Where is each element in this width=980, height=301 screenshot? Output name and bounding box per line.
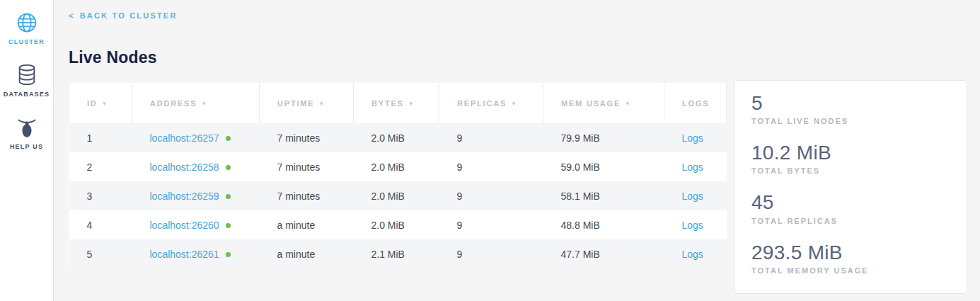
table-header-row: ID▼ ADDRESS▼ UPTIME▼ BYTES▼ REPLICAS▼ ME… [69,83,727,123]
live-nodes-section: ID▼ ADDRESS▼ UPTIME▼ BYTES▼ REPLICAS▼ ME… [69,83,980,294]
globe-icon [16,11,38,34]
node-id-cell: 1 [69,123,132,152]
stat-total-memory-usage: 293.5 MiB TOTAL MEMORY USAGE [751,242,950,275]
node-logs-cell: Logs [664,210,727,239]
node-id-cell: 5 [69,239,132,268]
column-header-address[interactable]: ADDRESS▼ [132,83,260,123]
node-live-icon [226,194,231,199]
node-id-cell: 2 [69,152,132,181]
sort-arrow-icon: ▼ [511,101,518,107]
back-arrow-icon: < [69,11,75,20]
sidebar-item-label: HELP US [10,143,43,150]
table-row: 3 localhost:26259 7 minutes 2.0 MiB 9 58… [69,181,727,210]
node-live-icon [226,136,231,141]
logs-link[interactable]: Logs [682,249,703,260]
node-address-cell: localhost:26260 [132,210,260,239]
back-to-cluster-link[interactable]: < BACK TO CLUSTER [69,11,178,20]
node-mem-usage-cell: 58.1 MiB [543,181,664,210]
sidebar-item-label: DATABASES [4,91,50,98]
node-replicas-cell: 9 [439,152,543,181]
stat-label: TOTAL REPLICAS [751,217,950,225]
stat-label: TOTAL MEMORY USAGE [751,266,950,275]
node-replicas-cell: 9 [439,123,543,152]
logs-link[interactable]: Logs [682,132,703,144]
stat-total-bytes: 10.2 MiB TOTAL BYTES [751,142,950,175]
node-address-cell: localhost:26259 [132,181,260,210]
stat-value: 10.2 MiB [751,142,950,164]
node-uptime-cell: 7 minutes [260,181,354,210]
table-row: 4 localhost:26260 a minute 2.0 MiB 9 48.… [69,210,727,239]
node-mem-usage-cell: 79.9 MiB [543,123,664,152]
node-uptime-cell: 7 minutes [260,152,354,181]
sort-arrow-icon: ▼ [318,101,325,107]
sidebar-item-cluster[interactable]: CLUSTER [8,11,45,45]
databases-icon [16,64,38,86]
column-header-replicas[interactable]: REPLICAS▼ [439,83,543,123]
stat-value: 45 [751,191,950,214]
node-address-link[interactable]: localhost:26260 [150,220,219,231]
node-address-cell: localhost:26257 [132,123,260,152]
column-header-mem-usage[interactable]: MEM USAGE▼ [543,83,664,123]
stat-label: TOTAL BYTES [751,166,950,175]
app-root: CLUSTER DATABASES HELP US [0,0,980,301]
node-mem-usage-cell: 59.0 MiB [543,152,664,181]
sort-arrow-icon: ▼ [102,101,109,107]
node-live-icon [226,165,231,170]
node-bytes-cell: 2.0 MiB [354,123,439,152]
table-row: 5 localhost:26261 a minute 2.1 MiB 9 47.… [69,239,727,268]
logs-link[interactable]: Logs [682,220,703,231]
node-address-link[interactable]: localhost:26259 [150,191,219,202]
node-mem-usage-cell: 48.8 MiB [543,210,664,239]
summary-panel: 5 TOTAL LIVE NODES 10.2 MiB TOTAL BYTES … [734,80,967,294]
node-logs-cell: Logs [664,123,727,152]
node-bytes-cell: 2.0 MiB [354,181,439,210]
table-row: 2 localhost:26258 7 minutes 2.0 MiB 9 59… [69,152,727,181]
logs-link[interactable]: Logs [682,191,703,202]
sort-arrow-icon: ▼ [625,101,632,107]
sidebar-item-help-us[interactable]: HELP US [10,116,43,150]
node-mem-usage-cell: 47.7 MiB [543,239,664,268]
column-header-id[interactable]: ID▼ [69,83,132,123]
node-bytes-cell: 2.0 MiB [354,210,439,239]
page-title: Live Nodes [69,48,980,67]
column-header-uptime[interactable]: UPTIME▼ [260,83,354,123]
stat-value: 293.5 MiB [751,242,950,264]
node-uptime-cell: 7 minutes [260,123,354,152]
stat-total-replicas: 45 TOTAL REPLICAS [751,191,950,225]
column-header-logs: LOGS [664,83,727,123]
node-uptime-cell: a minute [260,210,354,239]
node-address-link[interactable]: localhost:26258 [150,161,219,173]
node-replicas-cell: 9 [439,210,543,239]
node-logs-cell: Logs [664,239,727,268]
node-live-icon [226,252,231,257]
stat-total-live-nodes: 5 TOTAL LIVE NODES [751,92,950,125]
node-logs-cell: Logs [664,181,727,210]
stat-label: TOTAL LIVE NODES [751,117,950,125]
column-header-bytes[interactable]: BYTES▼ [354,83,439,123]
node-id-cell: 4 [69,210,132,239]
node-replicas-cell: 9 [439,181,543,210]
node-address-cell: localhost:26258 [132,152,260,181]
node-bytes-cell: 2.0 MiB [354,152,439,181]
node-replicas-cell: 9 [439,239,543,268]
node-id-cell: 3 [69,181,132,210]
node-address-link[interactable]: localhost:26257 [150,132,219,144]
node-uptime-cell: a minute [260,239,354,268]
sidebar-item-label: CLUSTER [8,38,45,45]
logs-link[interactable]: Logs [682,161,703,173]
node-bytes-cell: 2.1 MiB [354,239,439,268]
back-link-label: BACK TO CLUSTER [80,11,178,20]
sidebar-item-databases[interactable]: DATABASES [4,64,50,98]
table-row: 1 localhost:26257 7 minutes 2.0 MiB 9 79… [69,123,727,152]
stat-value: 5 [751,92,950,115]
node-address-cell: localhost:26261 [132,239,260,268]
node-logs-cell: Logs [664,152,727,181]
sort-arrow-icon: ▼ [408,101,415,107]
node-live-icon [226,223,231,228]
live-nodes-table: ID▼ ADDRESS▼ UPTIME▼ BYTES▼ REPLICAS▼ ME… [69,83,727,268]
node-address-link[interactable]: localhost:26261 [150,249,219,260]
sort-arrow-icon: ▼ [201,101,208,107]
bug-icon [16,116,38,139]
main-content: < BACK TO CLUSTER Live Nodes ID▼ ADDRESS… [54,0,980,301]
sidebar: CLUSTER DATABASES HELP US [0,0,54,301]
